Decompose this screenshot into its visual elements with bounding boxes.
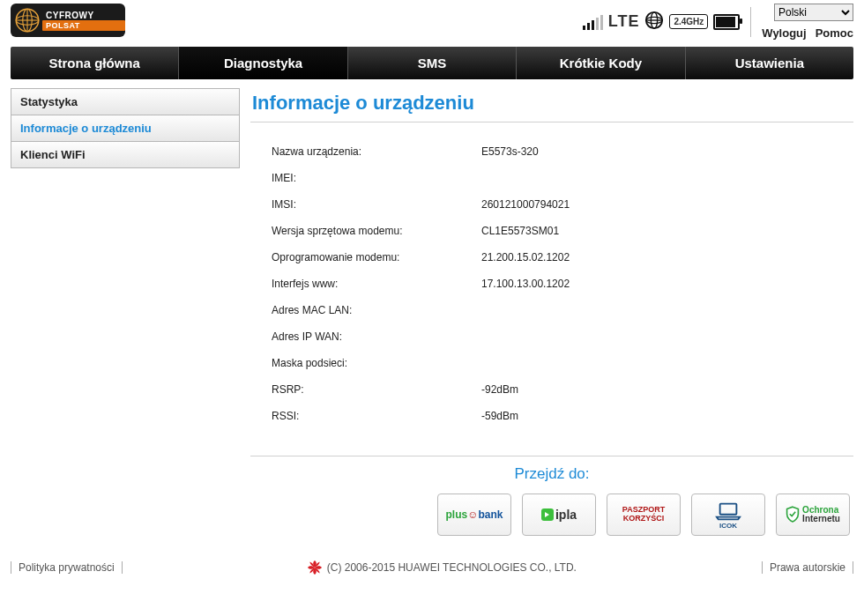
icok-label: ICOK xyxy=(719,522,737,530)
goto-title: Przejdź do: xyxy=(250,465,853,483)
info-key: IMSI: xyxy=(268,191,478,218)
info-value xyxy=(478,297,864,323)
table-row: Wersja sprzętowa modemu:CL1E5573SM01 xyxy=(268,218,864,244)
main-content: Informacje o urządzeniu Nazwa urządzenia… xyxy=(250,88,853,536)
paszport-label: PASZPORTKORZYŚCI xyxy=(622,506,665,523)
info-value: -92dBm xyxy=(478,376,864,403)
status-icons: LTE 2.4GHz xyxy=(583,11,741,33)
nav-sms[interactable]: SMS xyxy=(348,47,517,79)
sidebar-item-device-info[interactable]: Informacje o urządzeniu xyxy=(11,115,240,142)
table-row: Maska podsieci: xyxy=(268,350,864,376)
info-key: Adres IP WAN: xyxy=(268,323,478,350)
table-row: Nazwa urządzenia:E5573s-320 xyxy=(268,138,864,165)
info-key: Oprogramowanie modemu: xyxy=(268,244,478,271)
brand-logo[interactable]: CYFROWY POLSAT xyxy=(11,4,125,37)
brand-text: CYFROWY POLSAT xyxy=(42,4,125,37)
signal-icon xyxy=(583,14,603,30)
header-links: Wyloguj Pomoc xyxy=(762,26,853,40)
goto-ipla-button[interactable]: ipla xyxy=(522,494,596,536)
info-value xyxy=(478,165,864,191)
table-row: Adres MAC LAN: xyxy=(268,297,864,323)
brand-globe-icon xyxy=(12,4,42,36)
main-nav: Strona główna Diagnostyka SMS Krótkie Ko… xyxy=(11,47,853,79)
goto-plusbank-button[interactable]: plus☺bank xyxy=(437,494,511,536)
plusbank-logo: plus☺bank xyxy=(446,508,503,521)
network-label: LTE xyxy=(608,12,640,31)
nav-diagnostics[interactable]: Diagnostyka xyxy=(179,47,347,79)
footer: Polityka prywatności (C) 2006-2015 HUAWE… xyxy=(0,553,864,585)
page-title: Informacje o urządzeniu xyxy=(250,88,853,122)
laptop-icon xyxy=(715,501,741,522)
internet-icon xyxy=(644,11,664,33)
table-row: Adres IP WAN: xyxy=(268,323,864,350)
battery-icon xyxy=(713,14,740,30)
info-value: -59dBm xyxy=(478,403,864,429)
info-value: E5573s-320 xyxy=(478,138,864,165)
wifi-band-icon: 2.4GHz xyxy=(669,14,708,29)
goto-section: Przejdź do: plus☺bank ipla PASZPORTKORZY… xyxy=(250,456,853,536)
language-select[interactable]: Polski xyxy=(774,4,853,21)
nav-settings[interactable]: Ustawienia xyxy=(686,47,853,79)
top-bar: CYFROWY POLSAT LTE 2.4GHz Polsk xyxy=(0,0,864,47)
info-key: IMEI: xyxy=(268,165,478,191)
brand-line2: POLSAT xyxy=(42,20,125,31)
footer-legal-link[interactable]: Prawa autorskie xyxy=(762,561,853,574)
info-value: CL1E5573SM01 xyxy=(478,218,864,244)
info-value: 21.200.15.02.1202 xyxy=(478,244,864,271)
info-key: RSRP: xyxy=(268,376,478,403)
sidebar-item-wifi-clients[interactable]: Klienci WiFi xyxy=(11,141,240,168)
sidebar: Statystyka Informacje o urządzeniu Klien… xyxy=(11,88,240,167)
device-info-table: Nazwa urządzenia:E5573s-320IMEI:IMSI:260… xyxy=(268,138,864,429)
info-key: Wersja sprzętowa modemu: xyxy=(268,218,478,244)
info-value xyxy=(478,323,864,350)
svg-rect-9 xyxy=(720,503,737,514)
info-key: Interfejs www: xyxy=(268,271,478,297)
table-row: RSRP:-92dBm xyxy=(268,376,864,403)
brand-line1: CYFROWY xyxy=(42,11,125,20)
huawei-logo-icon xyxy=(308,560,322,575)
nav-short-codes[interactable]: Krótkie Kody xyxy=(517,47,685,79)
info-value: 17.100.13.00.1202 xyxy=(478,271,864,297)
info-value xyxy=(478,350,864,376)
table-row: Interfejs www:17.100.13.00.1202 xyxy=(268,271,864,297)
goto-paszport-button[interactable]: PASZPORTKORZYŚCI xyxy=(607,494,681,536)
table-row: Oprogramowanie modemu:21.200.15.02.1202 xyxy=(268,244,864,271)
goto-ochrona-button[interactable]: OchronaInternetu xyxy=(776,494,850,536)
ipla-logo: ipla xyxy=(541,508,577,522)
footer-copyright: (C) 2006-2015 HUAWEI TECHNOLOGIES CO., L… xyxy=(308,560,577,575)
table-row: RSSI:-59dBm xyxy=(268,403,864,429)
info-key: Nazwa urządzenia: xyxy=(268,138,478,165)
info-key: RSSI: xyxy=(268,403,478,429)
info-value: 260121000794021 xyxy=(478,191,864,218)
help-link[interactable]: Pomoc xyxy=(816,26,853,40)
top-divider xyxy=(750,7,751,37)
ochrona-logo: OchronaInternetu xyxy=(786,506,840,523)
footer-privacy-link[interactable]: Polityka prywatności xyxy=(11,561,123,574)
sidebar-item-stats[interactable]: Statystyka xyxy=(11,88,240,115)
goto-icok-button[interactable]: ICOK xyxy=(691,494,765,536)
nav-home[interactable]: Strona główna xyxy=(11,47,179,79)
table-row: IMEI: xyxy=(268,165,864,191)
info-key: Adres MAC LAN: xyxy=(268,297,478,323)
table-row: IMSI:260121000794021 xyxy=(268,191,864,218)
info-key: Maska podsieci: xyxy=(268,350,478,376)
logout-link[interactable]: Wyloguj xyxy=(762,26,806,40)
goto-buttons-row: plus☺bank ipla PASZPORTKORZYŚCI ICOK xyxy=(250,494,853,536)
